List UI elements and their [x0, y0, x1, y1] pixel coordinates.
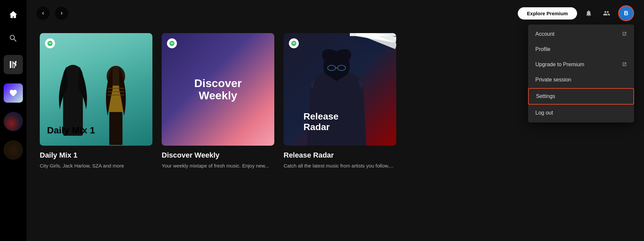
svg-rect-0	[10, 61, 12, 68]
explore-premium-button[interactable]: Explore Premium	[518, 7, 577, 20]
back-button[interactable]	[36, 7, 50, 20]
sidebar-item-home[interactable]	[6, 7, 21, 22]
dropdown-item-account[interactable]: Account	[528, 26, 634, 42]
sidebar-item-library[interactable]	[4, 55, 23, 74]
topbar-right: Explore Premium B	[518, 5, 634, 21]
card-daily-mix-1[interactable]: Daily Mix 1 Daily Mix 1 City Girls, Jack…	[40, 33, 152, 169]
forward-button[interactable]	[55, 7, 68, 20]
svg-rect-10	[108, 95, 124, 96]
dropdown-item-upgrade[interactable]: Upgrade to Premium	[528, 57, 634, 72]
spotify-logo-discover-weekly	[167, 38, 177, 48]
svg-rect-1	[13, 61, 13, 68]
sidebar-item-liked-songs[interactable]	[4, 83, 23, 103]
dropdown-item-profile[interactable]: Profile	[528, 42, 634, 57]
card-discover-weekly[interactable]: DiscoverWeekly Discover Weekly Your week…	[162, 33, 274, 169]
spotify-logo-daily-mix	[45, 38, 55, 48]
release-radar-card-text: ReleaseRadar	[303, 111, 339, 132]
dropdown-item-private-session[interactable]: Private session	[528, 72, 634, 87]
dropdown-item-logout[interactable]: Log out	[528, 105, 634, 120]
svg-rect-8	[108, 88, 124, 89]
dropdown-item-settings[interactable]: Settings	[528, 88, 634, 105]
card-image-daily-mix-1: Daily Mix 1	[40, 33, 152, 146]
card-subtitle-daily-mix-1: City Girls, Jack Harlow, SZA and more	[40, 162, 152, 169]
svg-rect-7	[109, 112, 123, 145]
card-image-discover-weekly: DiscoverWeekly	[162, 33, 274, 146]
sidebar-item-search[interactable]	[6, 31, 21, 46]
card-subtitle-release-radar: Catch all the latest music from artists …	[284, 162, 396, 169]
external-link-icon-account	[622, 31, 627, 37]
sidebar-item-playlist-1[interactable]	[4, 112, 23, 131]
card-subtitle-discover-weekly: Your weekly mixtape of fresh music. Enjo…	[162, 162, 274, 169]
svg-rect-9	[108, 91, 124, 92]
card-image-release-radar: ReleaseRadar	[284, 33, 396, 146]
card-title-discover-weekly: Discover Weekly	[162, 151, 274, 160]
sidebar	[0, 0, 27, 241]
card-title-release-radar: Release Radar	[284, 151, 396, 160]
topbar: Explore Premium B	[27, 0, 644, 26]
discover-weekly-card-text: DiscoverWeekly	[194, 77, 242, 102]
user-dropdown-menu: Account Profile Upgrade to Premium Priva…	[528, 24, 634, 122]
card-release-radar[interactable]: ReleaseRadar Release Radar Catch all the…	[284, 33, 396, 169]
friend-activity-button[interactable]	[600, 7, 613, 20]
daily-mix-card-text: Daily Mix 1	[47, 125, 95, 136]
user-avatar-button[interactable]: B	[618, 5, 634, 21]
notifications-button[interactable]	[582, 7, 595, 20]
sidebar-item-playlist-2[interactable]	[4, 140, 23, 160]
card-title-daily-mix-1: Daily Mix 1	[40, 151, 152, 160]
external-link-icon-upgrade	[622, 62, 627, 68]
